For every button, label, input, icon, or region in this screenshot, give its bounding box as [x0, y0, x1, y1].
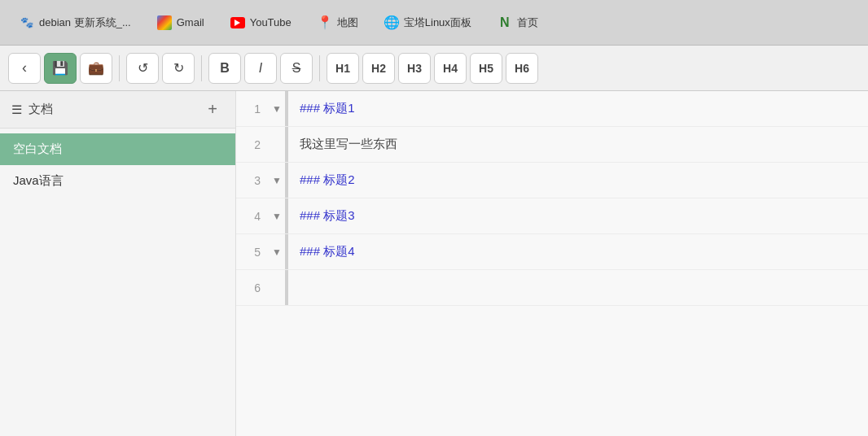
maps-icon: 📍 — [318, 15, 332, 30]
tab-maps-label: 地图 — [337, 15, 358, 30]
globe-icon: 🌐 — [384, 15, 399, 30]
line-number-2: 2 — [236, 138, 269, 151]
paw-icon: 🐾 — [20, 15, 34, 30]
italic-icon: I — [259, 61, 262, 76]
menu-icon: ☰ — [11, 102, 22, 117]
divider-2 — [201, 55, 202, 81]
sidebar: ☰ 文档 + 空白文档 Java语言 — [0, 91, 236, 436]
editor-line-1: 1 ▼ ### 标题1 — [236, 91, 868, 127]
line-content-4[interactable]: ### 标题3 — [290, 200, 868, 232]
editor-line-5: 5 ▼ ### 标题4 — [236, 234, 868, 270]
tab-gmail-label: Gmail — [177, 16, 204, 28]
line-content-3[interactable]: ### 标题2 — [290, 164, 868, 196]
briefcase-button[interactable]: 💼 — [80, 53, 112, 84]
line-number-6: 6 — [236, 281, 269, 294]
bold-button[interactable]: B — [208, 53, 241, 84]
tab-gmail[interactable]: Gmail — [147, 11, 214, 35]
line-number-1: 1 — [236, 102, 269, 116]
gmail-icon — [157, 15, 172, 30]
youtube-icon — [230, 15, 245, 30]
tab-maps[interactable]: 📍 地图 — [308, 11, 368, 35]
editor-line-6: 6 — [236, 270, 868, 306]
h5-button[interactable]: H5 — [470, 53, 502, 84]
save-button[interactable]: 💾 — [44, 53, 77, 84]
briefcase-icon: 💼 — [88, 60, 104, 76]
tab-debian[interactable]: 🐾 debian 更新系统_... — [10, 11, 141, 35]
line-divider-4 — [285, 198, 288, 233]
document-list: 空白文档 Java语言 — [0, 129, 235, 202]
divider-3 — [319, 55, 320, 81]
line-number-3: 3 — [236, 174, 269, 187]
line-divider-2 — [285, 127, 288, 162]
editor-toolbar: ‹ 💾 💼 ↺ ↻ B I S H1 H2 H3 H4 H5 H6 — [0, 46, 868, 91]
line-content-5[interactable]: ### 标题4 — [290, 236, 868, 268]
h4-button[interactable]: H4 — [434, 53, 467, 84]
editor-line-4: 4 ▼ ### 标题3 — [236, 198, 868, 234]
tab-home-label: 首页 — [517, 15, 538, 30]
italic-button[interactable]: I — [244, 53, 277, 84]
h6-button[interactable]: H6 — [506, 53, 538, 84]
tab-btpanel[interactable]: 🌐 宝塔Linux面板 — [375, 11, 481, 35]
sidebar-header-left: ☰ 文档 — [11, 102, 53, 117]
redo-button[interactable]: ↻ — [162, 53, 195, 84]
main-area: ☰ 文档 + 空白文档 Java语言 1 ▼ ### 标题1 2 — [0, 91, 868, 436]
line-arrow-4: ▼ — [269, 211, 285, 222]
bold-icon: B — [220, 61, 230, 76]
line-content-6[interactable] — [290, 280, 868, 296]
editor-lines: 1 ▼ ### 标题1 2 我这里写一些东西 3 ▼ ### 标题2 — [236, 91, 868, 306]
doc-item-java[interactable]: Java语言 — [0, 165, 235, 197]
divider-1 — [119, 55, 120, 81]
sidebar-title: 文档 — [28, 102, 53, 117]
h3-button[interactable]: H3 — [398, 53, 431, 84]
add-document-button[interactable]: + — [201, 98, 224, 121]
strike-icon: S — [292, 61, 301, 76]
doc-item-blank[interactable]: 空白文档 — [0, 133, 235, 165]
editor-line-2: 2 我这里写一些东西 — [236, 127, 868, 163]
line-content-1[interactable]: ### 标题1 — [290, 93, 868, 124]
line-arrow-5: ▼ — [269, 246, 285, 258]
strikethrough-button[interactable]: S — [280, 53, 313, 84]
line-arrow-1: ▼ — [269, 103, 285, 115]
back-button[interactable]: ‹ — [8, 53, 41, 84]
tab-home[interactable]: N 首页 — [488, 11, 548, 35]
n-icon: N — [498, 15, 512, 30]
line-arrow-3: ▼ — [269, 175, 285, 186]
line-number-5: 5 — [236, 246, 269, 259]
tab-youtube-label: YouTube — [250, 16, 292, 28]
tab-debian-label: debian 更新系统_... — [39, 15, 131, 30]
tab-bar: 🐾 debian 更新系统_... Gmail YouTube 📍 地图 🌐 宝… — [0, 0, 868, 46]
tab-btpanel-label: 宝塔Linux面板 — [404, 15, 471, 30]
line-divider-6 — [285, 270, 288, 305]
line-divider-1 — [285, 91, 288, 126]
line-divider-5 — [285, 234, 288, 269]
line-content-2[interactable]: 我这里写一些东西 — [290, 129, 868, 160]
sidebar-header: ☰ 文档 + — [0, 91, 235, 129]
save-icon: 💾 — [52, 60, 68, 76]
undo-button[interactable]: ↺ — [126, 53, 159, 84]
h1-button[interactable]: H1 — [327, 53, 359, 84]
tab-youtube[interactable]: YouTube — [221, 11, 301, 35]
line-divider-3 — [285, 163, 288, 198]
line-number-4: 4 — [236, 210, 269, 223]
editor-line-3: 3 ▼ ### 标题2 — [236, 163, 868, 198]
h2-button[interactable]: H2 — [362, 53, 395, 84]
editor-area: 1 ▼ ### 标题1 2 我这里写一些东西 3 ▼ ### 标题2 — [236, 91, 868, 436]
